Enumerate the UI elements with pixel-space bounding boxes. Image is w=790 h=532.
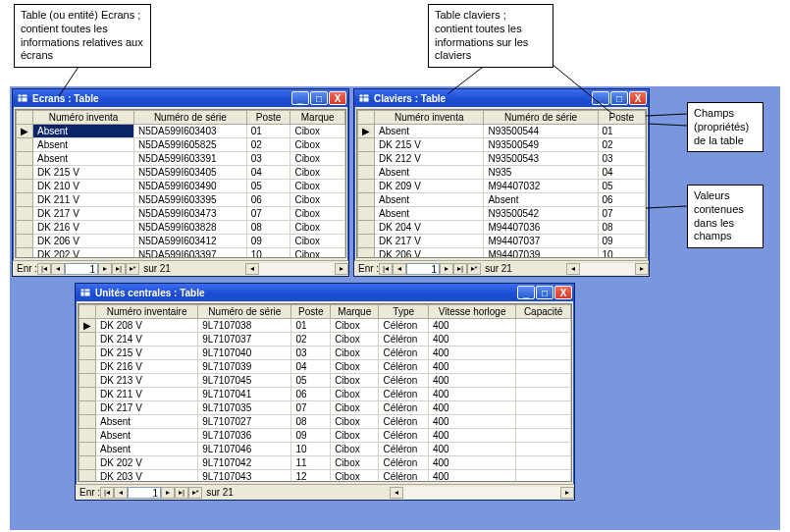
cell[interactable]: M94407039 [484, 248, 598, 259]
cell[interactable]: Absent [375, 125, 484, 138]
table-row[interactable]: DK 211 VN5DA599I60339506Cibox [17, 193, 345, 207]
scroll-track[interactable] [259, 263, 335, 275]
table-row[interactable]: DK 210 VN5DA599I60349005Cibox [17, 180, 345, 193]
cell[interactable]: DK 208 V [96, 319, 198, 333]
cell[interactable]: 10 [598, 248, 645, 259]
cell[interactable]: N5DA599I603828 [134, 221, 247, 235]
cell[interactable]: 01 [246, 125, 290, 138]
cell[interactable]: Cibox [290, 166, 345, 180]
cell[interactable]: 01 [291, 319, 331, 333]
cell[interactable]: DK 212 V [375, 152, 484, 166]
cell[interactable]: 07 [246, 207, 290, 221]
cell[interactable]: 9L7107043 [198, 470, 291, 483]
cell[interactable]: 9L7107039 [198, 360, 291, 374]
cell[interactable]: DK 202 V [33, 248, 134, 259]
cell[interactable]: Cibox [331, 374, 379, 388]
cell[interactable]: Cibox [331, 388, 379, 401]
cell[interactable]: 02 [291, 333, 331, 346]
cell[interactable]: M94407032 [484, 180, 598, 193]
cell[interactable]: 9L7107041 [198, 388, 291, 401]
table-row[interactable]: AbsentN5DA599I60339103Cibox [17, 152, 345, 166]
table-row[interactable]: DK 214 V9L710703702CiboxCéléron400 [79, 333, 571, 346]
table-row[interactable]: DK 212 VN9350054303 [358, 152, 646, 166]
cell[interactable]: 08 [598, 221, 645, 235]
grid-claviers[interactable]: Numéro inventaNuméro de sériePoste▶Absen… [356, 109, 647, 258]
cell[interactable]: Céléron [379, 443, 429, 456]
cell[interactable]: Cibox [290, 125, 345, 138]
row-header[interactable] [79, 360, 96, 374]
column-header[interactable]: Numéro inventa [375, 111, 484, 125]
maximize-button[interactable]: □ [536, 286, 553, 299]
row-header[interactable] [17, 138, 33, 152]
cell[interactable]: 9L7107036 [198, 429, 291, 443]
cell[interactable]: Céléron [379, 401, 429, 415]
grid-ecrans[interactable]: Numéro inventaNuméro de sériePosteMarque… [15, 109, 346, 258]
cell[interactable]: Céléron [379, 388, 429, 401]
nav-prev[interactable]: ◂ [51, 263, 65, 275]
cell[interactable]: N935 [484, 166, 598, 180]
row-header[interactable] [79, 374, 96, 388]
cell[interactable]: 400 [428, 456, 515, 470]
table-row[interactable]: DK 202 VN5DA599I60339710Cibox [17, 248, 345, 259]
row-header[interactable]: ▶ [17, 125, 33, 138]
table-row[interactable]: AbsentN93504 [358, 166, 646, 180]
nav-last[interactable]: ▸| [453, 263, 467, 275]
cell[interactable]: Céléron [379, 374, 429, 388]
table-row[interactable]: ▶DK 208 V9L710703801CiboxCéléron400 [79, 319, 571, 333]
cell[interactable]: Absent [375, 166, 484, 180]
cell[interactable]: N93500542 [484, 207, 598, 221]
row-header[interactable] [79, 443, 96, 456]
cell[interactable]: 09 [598, 235, 645, 248]
rec-number[interactable]: 1 [128, 487, 161, 499]
table-row[interactable]: DK 206 VM9440703910 [358, 248, 646, 259]
cell[interactable]: DK 202 V [96, 456, 198, 470]
scroll-track[interactable] [580, 263, 635, 275]
table-row[interactable]: DK 209 VM9440703205 [358, 180, 646, 193]
cell[interactable]: Céléron [379, 470, 429, 483]
cell[interactable]: 09 [246, 235, 290, 248]
cell[interactable]: DK 215 V [96, 346, 198, 360]
cell[interactable]: Cibox [331, 333, 379, 346]
cell[interactable]: Céléron [379, 346, 429, 360]
table-row[interactable]: DK 215 VN5DA599I60340504Cibox [17, 166, 345, 180]
cell[interactable] [516, 388, 571, 401]
cell[interactable]: 9L7107038 [198, 319, 291, 333]
row-header[interactable]: ▶ [79, 319, 96, 333]
cell[interactable] [516, 319, 571, 333]
cell[interactable]: 05 [291, 374, 331, 388]
cell[interactable]: 03 [246, 152, 290, 166]
nav-next[interactable]: ▸ [440, 263, 453, 275]
cell[interactable]: Cibox [290, 235, 345, 248]
column-header[interactable]: Capacité [516, 305, 571, 319]
table-row[interactable]: AbsentAbsent06 [358, 193, 646, 207]
row-header[interactable] [17, 207, 33, 221]
nav-new[interactable]: ▸* [467, 263, 481, 275]
row-header[interactable] [79, 456, 96, 470]
row-header[interactable] [358, 138, 375, 152]
table-row[interactable]: DK 216 VN5DA599I60382808Cibox [17, 221, 345, 235]
row-header[interactable] [17, 180, 33, 193]
cell[interactable]: Absent [33, 125, 134, 138]
scroll-left[interactable]: ◂ [245, 263, 259, 275]
cell[interactable]: 9L7107035 [198, 401, 291, 415]
cell[interactable]: 400 [428, 374, 515, 388]
table-row[interactable]: DK 213 V9L710704505CiboxCéléron400 [79, 374, 571, 388]
table-row[interactable]: AbsentN5DA599I60582502Cibox [17, 138, 345, 152]
cell[interactable]: 01 [598, 125, 645, 138]
cell[interactable]: M94407036 [484, 221, 598, 235]
cell[interactable]: DK 217 V [96, 401, 198, 415]
nav-last[interactable]: ▸| [112, 263, 126, 275]
cell[interactable]: 03 [291, 346, 331, 360]
row-header[interactable] [358, 235, 375, 248]
cell[interactable]: Céléron [379, 415, 429, 429]
cell[interactable]: Cibox [290, 193, 345, 207]
nav-first[interactable]: |◂ [37, 263, 51, 275]
table-row[interactable]: DK 211 V9L710704106CiboxCéléron400 [79, 388, 571, 401]
grid-unites[interactable]: Numéro inventaireNuméro de sériePosteMar… [78, 303, 572, 482]
cell[interactable]: 03 [598, 152, 645, 166]
cell[interactable]: 400 [428, 360, 515, 374]
column-header[interactable]: Numéro de série [484, 111, 598, 125]
cell[interactable]: 9L7107040 [198, 346, 291, 360]
cell[interactable]: DK 210 V [33, 180, 134, 193]
titlebar-ecrans[interactable]: Ecrans : Table _ □ X [13, 89, 348, 107]
